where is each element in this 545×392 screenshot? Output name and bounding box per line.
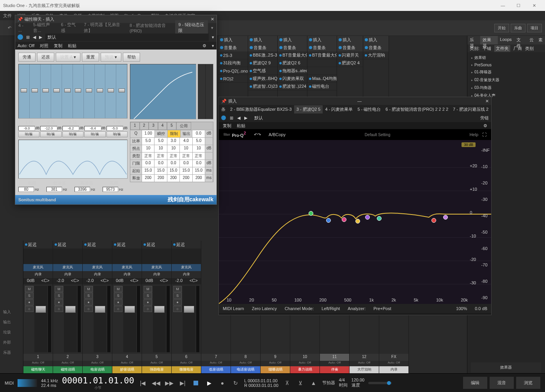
insert-slot[interactable]: 2S-3: [218, 51, 248, 59]
redo-icon[interactable]: ↷: [257, 132, 261, 137]
forward-icon[interactable]: ▶▶: [165, 378, 174, 388]
param-cell[interactable]: 0.0: [142, 160, 154, 167]
strip-number[interactable]: 6: [172, 354, 201, 361]
slot-power-icon[interactable]: [220, 62, 222, 64]
eq-node-7[interactable]: [431, 218, 436, 223]
band-solo-button[interactable]: 响/奏: [62, 131, 83, 137]
insert-power-icon[interactable]: [250, 38, 253, 41]
strip-name[interactable]: 烟嗓说唱: [261, 366, 290, 373]
param-cell[interactable]: 200: [180, 175, 192, 182]
strip-number[interactable]: 1: [23, 354, 53, 361]
restore-button[interactable]: 还原: [37, 53, 54, 62]
band-slider[interactable]: [30, 64, 41, 118]
insert-slot[interactable]: RO)2: [218, 75, 248, 83]
insert-slot[interactable]: 31段均衡: [218, 59, 248, 67]
preset-button[interactable]: 预设 ▾: [101, 53, 121, 62]
plugin2-expand-icon[interactable]: ⊞: [230, 115, 233, 121]
strip-number[interactable]: 10: [290, 354, 320, 361]
param-cell[interactable]: 15.0: [154, 167, 167, 174]
forward-end-icon[interactable]: ▶|: [178, 378, 187, 388]
strip-input[interactable]: 麦克风: [23, 264, 53, 271]
plugin2-next-icon[interactable]: ▶: [244, 115, 247, 121]
strip-pan[interactable]: <C>: [68, 278, 83, 284]
strip-●-button[interactable]: ●: [173, 299, 182, 305]
strip-number[interactable]: 7: [201, 354, 231, 361]
strip-output[interactable]: 内录: [142, 271, 171, 278]
record-button[interactable]: ●: [218, 378, 227, 388]
send-power-icon[interactable]: [220, 46, 223, 49]
band-slider[interactable]: [51, 64, 62, 118]
help-button[interactable]: Help: [469, 132, 478, 137]
insert-power-icon[interactable]: [365, 38, 368, 41]
mode-browse[interactable]: 浏览: [516, 377, 540, 389]
insert-slot[interactable]: 大厅混响: [363, 51, 389, 59]
strip-●-button[interactable]: ●: [25, 299, 34, 305]
strip-pan[interactable]: <C>: [157, 278, 172, 284]
insert-slot[interactable]: 空气感: [248, 67, 277, 75]
param-cell[interactable]: 5.0: [193, 138, 205, 145]
strip-S-button[interactable]: S: [55, 293, 63, 299]
strip-output[interactable]: 内录: [23, 271, 53, 278]
grid-tab[interactable]: 1: [130, 122, 140, 130]
strip-M-button[interactable]: M: [114, 286, 122, 292]
insert-slot[interactable]: [307, 67, 337, 75]
slot-power-icon[interactable]: [220, 54, 222, 57]
slot-power-icon[interactable]: [279, 78, 282, 80]
strip-auto[interactable]: Auto: Off: [83, 361, 112, 366]
band-solo-button[interactable]: 响/奏: [40, 131, 61, 137]
strip-input[interactable]: 麦克风: [142, 264, 171, 271]
param-cell[interactable]: 5.0: [142, 138, 154, 145]
strip-auto[interactable]: Auto: Off: [112, 361, 142, 366]
insert-slot[interactable]: 肥波智..)224: [278, 83, 307, 90]
plugin1-pin-icon[interactable]: 📌: [18, 17, 23, 22]
insert-power-icon[interactable]: [339, 38, 342, 41]
param-cell[interactable]: 5.0: [154, 138, 167, 145]
param-cell[interactable]: 10: [180, 145, 192, 152]
insert-power-icon[interactable]: [220, 38, 223, 41]
strip-auto[interactable]: Auto: Off: [23, 361, 53, 366]
strip-auto[interactable]: Auto: Off: [231, 361, 260, 366]
xover-freq-input[interactable]: [46, 187, 62, 192]
strip-number[interactable]: 11: [320, 354, 349, 361]
strip-●-button[interactable]: ●: [114, 299, 122, 305]
slot-power-icon[interactable]: [339, 54, 341, 57]
param-cell[interactable]: 10: [193, 145, 205, 152]
plugin1-next-icon[interactable]: ▶: [39, 35, 42, 40]
send-power-icon[interactable]: [339, 46, 342, 49]
plugin2-preset[interactable]: 默认: [251, 114, 266, 122]
grid-tab[interactable]: 公用: [176, 122, 191, 130]
slot-power-icon[interactable]: [250, 85, 252, 88]
bypass-button[interactable]: 旁通: [18, 53, 36, 62]
plugin1-tab-dropdown-icon[interactable]: ▾: [208, 24, 217, 32]
band-solo-button[interactable]: 响/奏: [18, 131, 39, 137]
param-cell[interactable]: 200: [154, 175, 167, 182]
band-slider[interactable]: [41, 64, 51, 118]
plugin1-preset-select[interactable]: 默认: [45, 34, 209, 41]
insert-power-icon[interactable]: [309, 38, 312, 41]
param-cell[interactable]: 0.0: [154, 160, 167, 167]
insert-slot[interactable]: BT音量最大化: [307, 51, 337, 59]
slot-power-icon[interactable]: [220, 78, 222, 80]
strip-fader[interactable]: [94, 286, 107, 352]
strip-auto[interactable]: Auto: Off: [53, 361, 82, 366]
strip-name[interactable]: 暴力说唱: [290, 366, 320, 373]
maximize-icon[interactable]: ☐: [511, 3, 526, 8]
strip-input[interactable]: 麦克风: [53, 264, 82, 271]
play-button[interactable]: ▶: [204, 378, 214, 388]
slot-power-icon[interactable]: [279, 54, 282, 57]
insert-slot[interactable]: 肥波Q2 9: [248, 59, 277, 67]
monitor-button[interactable]: 瞬控: [155, 130, 168, 137]
strip-●-button[interactable]: ●: [84, 299, 93, 305]
slot-power-icon[interactable]: [309, 78, 311, 80]
browser-item[interactable]: PreSonus: [467, 62, 545, 68]
plugin2-prev-icon[interactable]: ◀: [237, 115, 240, 121]
loop-end[interactable]: 00033.01.01.00: [249, 383, 278, 388]
strip-auto[interactable]: Auto: Off: [320, 361, 349, 366]
loop-start[interactable]: 00003.01.01.00: [248, 378, 277, 383]
strip-number[interactable]: FX: [379, 354, 408, 361]
ab-copy[interactable]: Copy: [275, 132, 286, 137]
strip-name[interactable]: 电话音说唱: [231, 366, 260, 373]
insert-slot[interactable]: Maa..Q4均衡: [307, 75, 337, 83]
strip-auto[interactable]: Auto: Off: [350, 361, 379, 366]
midi-learn[interactable]: MIDI Learn: [223, 306, 244, 311]
